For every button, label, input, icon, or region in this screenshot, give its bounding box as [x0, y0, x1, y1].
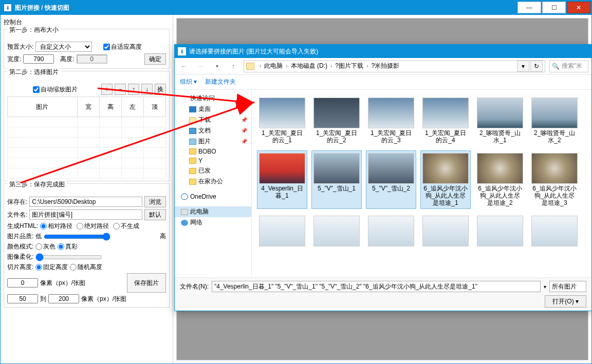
preset-select[interactable]: 自定义大小	[35, 42, 92, 52]
auto-height-checkbox[interactable]: 自适应高度	[103, 43, 142, 51]
auto-scale-checkbox[interactable]: 自动缩放图片	[33, 85, 78, 94]
dialog-title: 请选择要拼接的图片 (图片过大可能会导入失败)	[189, 47, 318, 56]
thumbnail[interactable]	[311, 213, 362, 250]
close-button[interactable]: ✕	[567, 2, 590, 13]
breadcrumb[interactable]: › 此电脑› 本地磁盘 (D:)› ?图片下载› ?米拍摄影 ▾ ↻	[244, 60, 545, 72]
width-input[interactable]	[23, 54, 54, 64]
filename-input[interactable]	[29, 209, 142, 220]
preset-label: 预置大小:	[7, 43, 33, 51]
move-down-button[interactable]: ↓	[141, 84, 153, 95]
crumb-disk[interactable]: 本地磁盘 (D:)	[291, 62, 327, 70]
thumbnail[interactable]: 1_关宏闻_夏日的云_2	[311, 95, 362, 146]
thumbnail[interactable]: 6_追风少年沈小狗_从此人生尽是坦途_3	[529, 150, 580, 209]
move-up-button[interactable]: ↑	[128, 84, 139, 95]
quality-slider[interactable]	[44, 233, 110, 241]
tree-item-图片[interactable]: 图片📌	[175, 136, 251, 147]
tree-item-桌面[interactable]: 桌面📌	[175, 104, 251, 114]
thumbnail[interactable]: 1_关宏闻_夏日的云_4	[420, 95, 471, 146]
thumbnail[interactable]: 1_关宏闻_夏日的云_3	[366, 95, 416, 146]
new-folder-button[interactable]: 新建文件夹	[205, 78, 236, 86]
tree-item-已发[interactable]: 已发	[175, 165, 251, 176]
tree-item-在家办公[interactable]: 在家办公	[175, 176, 251, 187]
thumbnail[interactable]: 6_追风少年沈小狗_从此人生尽是坦途_2	[475, 150, 525, 209]
quality-label: 图片品质:	[7, 232, 33, 241]
thumbnail[interactable]: 5_"V"_雪山_1	[311, 150, 362, 209]
radio-abs-path[interactable]: 绝对路径	[77, 222, 109, 231]
tree-item-快速访问[interactable]: 快速访问	[175, 93, 251, 104]
thumbnail[interactable]: 4_Vesperlin_日暮_1	[257, 150, 307, 209]
folder-tree[interactable]: 快速访问桌面📌下载📌文档📌图片📌BOBOY已发在家办公OneDrive此电脑网络	[175, 90, 252, 277]
tree-item-网络[interactable]: 网络	[175, 217, 251, 228]
crumb-pc[interactable]: 此电脑	[264, 62, 283, 70]
file-open-dialog: ⬇ 请选择要拼接的图片 (图片过大可能会导入失败) ← → ▾ ↑ › 此电脑›…	[174, 44, 592, 311]
blur-slider[interactable]	[35, 253, 102, 261]
dialog-icon: ⬇	[178, 47, 186, 55]
swap-button[interactable]: 换	[155, 84, 166, 95]
crumb-folder2[interactable]: ?米拍摄影	[371, 62, 399, 70]
breadcrumb-dropdown[interactable]: ▾	[517, 61, 529, 72]
radio-random-height[interactable]: 随机高度	[70, 263, 102, 272]
radio-no-gen[interactable]: 不生成	[113, 222, 139, 231]
save-at-label: 保存在:	[7, 198, 27, 206]
organize-menu[interactable]: 组织 ▾	[180, 78, 197, 86]
search-input[interactable]: 🔍搜索"米	[549, 60, 588, 72]
radio-fixed-height[interactable]: 固定高度	[35, 263, 68, 272]
thumbnail[interactable]: 6_追风少年沈小狗_从此人生尽是坦途_1	[420, 150, 471, 209]
crumb-folder1[interactable]: ?图片下载	[335, 62, 363, 70]
dialog-titlebar: ⬇ 请选择要拼接的图片 (图片过大可能会导入失败)	[175, 45, 591, 58]
save-path-input[interactable]	[29, 197, 142, 207]
thumbnail[interactable]: 1_关宏闻_夏日的云_1	[257, 95, 307, 146]
browse-button[interactable]: 浏览	[144, 196, 166, 207]
cut-value-input[interactable]	[7, 278, 38, 288]
titlebar: ⬇ 图片拼接 / 快速切图 — ☐ ✕	[1, 1, 591, 15]
col-height: 高	[99, 97, 121, 117]
radio-rel-path[interactable]: 相对路径	[40, 222, 72, 231]
dialog-navbar: ← → ▾ ↑ › 此电脑› 本地磁盘 (D:)› ?图片下载› ?米拍摄影 ▾…	[175, 58, 591, 74]
step1-legend: 第一步：画布大小	[7, 26, 61, 34]
thumbnail[interactable]	[366, 213, 416, 250]
tree-item-Y[interactable]: Y	[175, 156, 251, 165]
height-input[interactable]	[77, 54, 107, 64]
cut-from-input[interactable]	[7, 294, 38, 303]
thumbnail[interactable]	[420, 213, 471, 250]
remove-image-button[interactable]: −	[115, 84, 126, 95]
col-left: 左	[121, 97, 143, 117]
step3-fieldset: 第三步：保存完成图 保存在: 浏览 文件名: 默认 生成HTML: 相对路径 绝…	[4, 183, 170, 308]
tree-item-BOBO[interactable]: BOBO	[175, 147, 251, 156]
maximize-button[interactable]: ☐	[542, 2, 566, 13]
folder-icon	[246, 63, 254, 70]
thumbnail[interactable]: 2_哆啦贤哥_山水_2	[529, 95, 580, 146]
thumbnail[interactable]: 5_"V"_雪山_2	[366, 150, 416, 209]
filename-field[interactable]	[212, 281, 541, 292]
refresh-button[interactable]: ↻	[530, 61, 543, 72]
radio-gray[interactable]: 灰色	[35, 242, 55, 251]
tree-item-此电脑[interactable]: 此电脑	[175, 206, 251, 217]
filetype-select[interactable]	[549, 281, 586, 292]
tree-item-OneDrive[interactable]: OneDrive	[175, 192, 251, 201]
control-panel: 控制台 第一步：画布大小 预置大小: 自定义大小 自适应高度 宽度: 高度: 确…	[1, 15, 173, 363]
add-image-button[interactable]: +	[101, 84, 113, 95]
thumbnail[interactable]	[257, 213, 307, 250]
minimize-button[interactable]: —	[517, 2, 541, 13]
tree-item-下载[interactable]: 下载📌	[175, 114, 251, 125]
col-pic: 图片	[8, 97, 78, 117]
nav-forward-button[interactable]: →	[194, 60, 207, 72]
app-icon: ⬇	[4, 4, 12, 12]
nav-back-button[interactable]: ←	[178, 60, 190, 72]
px-per-label: 像素（px）/张图	[40, 279, 85, 288]
thumbnail[interactable]	[475, 213, 525, 250]
col-width: 宽	[77, 97, 99, 117]
image-table[interactable]: 图片 宽 高 左 顶	[7, 97, 166, 179]
open-button[interactable]: 打开(O) ▾	[545, 295, 586, 308]
confirm-button[interactable]: 确定	[144, 53, 166, 65]
thumbnail-grid[interactable]: 1_关宏闻_夏日的云_11_关宏闻_夏日的云_21_关宏闻_夏日的云_31_关宏…	[252, 90, 591, 277]
default-button[interactable]: 默认	[144, 209, 166, 220]
thumbnail[interactable]: 2_哆啦贤哥_山水_1	[475, 95, 525, 146]
save-image-button[interactable]: 保存图片	[127, 273, 166, 293]
tree-item-文档[interactable]: 文档📌	[175, 125, 251, 136]
to-label: 到	[40, 295, 46, 303]
radio-truecolor[interactable]: 真彩	[58, 242, 78, 251]
thumbnail[interactable]	[529, 213, 580, 250]
cut-to-input[interactable]	[48, 294, 79, 303]
nav-up-button[interactable]: ↑	[227, 60, 239, 72]
